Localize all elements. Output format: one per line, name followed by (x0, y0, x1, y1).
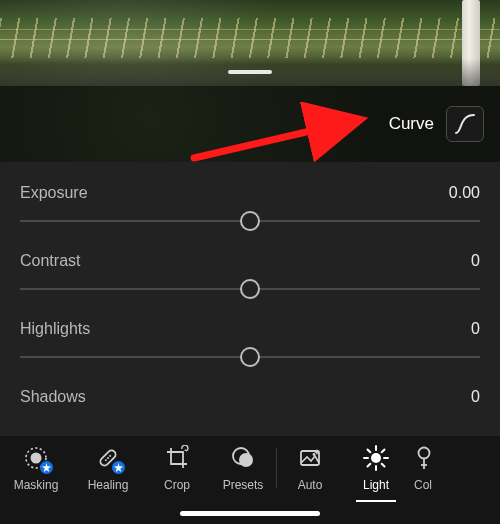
svg-point-6 (109, 454, 112, 457)
contrast-value: 0 (471, 252, 480, 270)
tool-auto[interactable]: Auto (277, 444, 343, 502)
auto-icon (296, 444, 324, 472)
curve-button[interactable] (446, 106, 484, 142)
highlights-slider[interactable] (20, 356, 480, 358)
contrast-row: Contrast 0 (20, 242, 480, 292)
exposure-thumb[interactable] (240, 211, 260, 231)
svg-line-18 (368, 464, 371, 467)
svg-point-11 (371, 453, 381, 463)
exposure-value: 0.00 (449, 184, 480, 202)
presets-icon (229, 444, 257, 472)
svg-point-5 (107, 457, 110, 460)
photo-preview[interactable] (0, 0, 500, 86)
tool-label: Presets (223, 478, 264, 492)
tool-label: Col (412, 478, 432, 492)
photo-texture (0, 18, 500, 58)
tool-healing[interactable]: Healing (72, 444, 144, 502)
tool-label: Crop (164, 478, 190, 492)
curve-icon (453, 112, 477, 136)
exposure-row: Exposure 0.00 (20, 174, 480, 224)
exposure-label: Exposure (20, 184, 88, 202)
tool-label: Healing (88, 478, 129, 492)
tool-crop[interactable]: Crop (144, 444, 210, 502)
tool-color[interactable]: Col (409, 444, 443, 502)
highlights-thumb[interactable] (240, 347, 260, 367)
tool-label: Auto (298, 478, 323, 492)
svg-point-4 (104, 459, 107, 462)
color-icon (412, 444, 440, 472)
svg-line-17 (382, 464, 385, 467)
bottom-toolbar: Masking (0, 436, 500, 524)
contrast-slider[interactable] (20, 288, 480, 290)
tool-label: Masking (14, 478, 59, 492)
svg-line-16 (368, 450, 371, 453)
tool-light[interactable]: Light (343, 444, 409, 502)
tool-masking[interactable]: Masking (0, 444, 72, 502)
highlights-label: Highlights (20, 320, 90, 338)
light-panel: Exposure 0.00 Contrast 0 Highlights 0 (0, 162, 500, 436)
tool-presets[interactable]: Presets (210, 444, 276, 502)
app-root: Curve Exposure 0.00 (0, 0, 500, 524)
exposure-slider[interactable] (20, 220, 480, 222)
masking-icon (22, 444, 50, 472)
active-underline (356, 500, 396, 502)
light-icon (362, 444, 390, 472)
tool-label: Light (363, 478, 389, 492)
crop-icon (163, 444, 191, 472)
panel-drag-handle[interactable] (228, 70, 272, 74)
svg-point-10 (313, 453, 316, 456)
svg-line-19 (382, 450, 385, 453)
curve-label: Curve (389, 114, 434, 134)
highlights-row: Highlights 0 (20, 310, 480, 360)
healing-icon (94, 444, 122, 472)
toolbar-items: Masking (0, 444, 500, 502)
highlights-value: 0 (471, 320, 480, 338)
new-badge-icon (40, 461, 53, 474)
new-badge-icon (112, 461, 125, 474)
svg-point-8 (239, 453, 253, 467)
curve-header: Curve (0, 86, 500, 162)
shadows-row: Shadows 0 (20, 378, 480, 406)
shadows-label: Shadows (20, 388, 86, 406)
contrast-label: Contrast (20, 252, 80, 270)
svg-point-2 (31, 453, 42, 464)
home-indicator[interactable] (180, 511, 320, 516)
shadows-value: 0 (471, 388, 480, 406)
contrast-thumb[interactable] (240, 279, 260, 299)
svg-point-20 (419, 448, 430, 459)
